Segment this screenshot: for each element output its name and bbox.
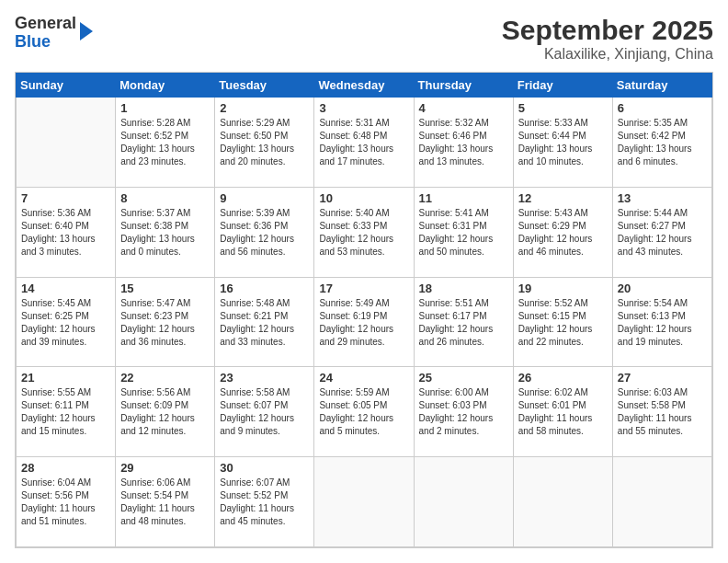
day-info: Sunrise: 5:56 AMSunset: 6:09 PMDaylight:…: [120, 386, 210, 438]
logo-line1: General: [15, 15, 76, 33]
calendar-cell: 24Sunrise: 5:59 AMSunset: 6:05 PMDayligh…: [314, 367, 414, 457]
day-info: Sunrise: 5:35 AMSunset: 6:42 PMDaylight:…: [618, 117, 707, 168]
day-info: Sunrise: 5:47 AMSunset: 6:23 PMDaylight:…: [120, 297, 210, 349]
calendar-header-friday: Friday: [513, 74, 612, 98]
day-info: Sunrise: 5:49 AMSunset: 6:19 PMDaylight:…: [319, 297, 408, 349]
calendar-cell: 21Sunrise: 5:55 AMSunset: 6:11 PMDayligh…: [17, 367, 116, 457]
calendar-cell: 29Sunrise: 6:06 AMSunset: 5:54 PMDayligh…: [116, 457, 215, 547]
page: General Blue September 2025 Kalaxilike, …: [0, 0, 728, 563]
day-number: 6: [618, 101, 707, 115]
day-info: Sunrise: 5:51 AMSunset: 6:17 PMDaylight:…: [419, 297, 508, 349]
calendar-cell: 17Sunrise: 5:49 AMSunset: 6:19 PMDayligh…: [314, 277, 414, 367]
day-info: Sunrise: 5:28 AMSunset: 6:52 PMDaylight:…: [120, 117, 210, 168]
calendar-header-monday: Monday: [116, 74, 215, 98]
calendar: SundayMondayTuesdayWednesdayThursdayFrid…: [15, 72, 713, 548]
calendar-cell: 15Sunrise: 5:47 AMSunset: 6:23 PMDayligh…: [116, 277, 215, 367]
day-info: Sunrise: 6:02 AMSunset: 6:01 PMDaylight:…: [518, 386, 608, 438]
calendar-cell: [314, 457, 414, 547]
day-number: 8: [120, 191, 210, 205]
day-number: 4: [419, 101, 508, 115]
logo-text: General Blue: [15, 15, 76, 52]
day-info: Sunrise: 6:07 AMSunset: 5:52 PMDaylight:…: [220, 477, 309, 528]
calendar-cell: 22Sunrise: 5:56 AMSunset: 6:09 PMDayligh…: [116, 367, 215, 457]
calendar-cell: 5Sunrise: 5:33 AMSunset: 6:44 PMDaylight…: [513, 98, 612, 188]
calendar-cell: 26Sunrise: 6:02 AMSunset: 6:01 PMDayligh…: [513, 367, 612, 457]
day-number: 14: [21, 282, 110, 295]
day-number: 5: [518, 101, 608, 115]
day-info: Sunrise: 5:36 AMSunset: 6:40 PMDaylight:…: [21, 207, 110, 259]
day-info: Sunrise: 5:44 AMSunset: 6:27 PMDaylight:…: [618, 207, 707, 259]
calendar-cell: 1Sunrise: 5:28 AMSunset: 6:52 PMDaylight…: [116, 98, 215, 188]
calendar-cell: [414, 457, 513, 547]
day-number: 7: [21, 191, 110, 205]
calendar-cell: 23Sunrise: 5:58 AMSunset: 6:07 PMDayligh…: [215, 367, 314, 457]
day-info: Sunrise: 5:55 AMSunset: 6:11 PMDaylight:…: [21, 386, 110, 438]
day-number: 26: [518, 371, 608, 385]
day-info: Sunrise: 5:58 AMSunset: 6:07 PMDaylight:…: [220, 386, 309, 438]
calendar-cell: 9Sunrise: 5:39 AMSunset: 6:36 PMDaylight…: [215, 187, 314, 277]
day-number: 29: [120, 461, 210, 475]
day-number: 18: [419, 282, 508, 295]
calendar-cell: 20Sunrise: 5:54 AMSunset: 6:13 PMDayligh…: [612, 277, 711, 367]
calendar-cell: 3Sunrise: 5:31 AMSunset: 6:48 PMDaylight…: [314, 98, 414, 188]
calendar-cell: [17, 98, 116, 188]
day-number: 16: [220, 282, 309, 295]
day-info: Sunrise: 5:43 AMSunset: 6:29 PMDaylight:…: [518, 207, 608, 259]
calendar-header-sunday: Sunday: [17, 74, 116, 98]
day-number: 25: [419, 371, 508, 385]
day-info: Sunrise: 5:54 AMSunset: 6:13 PMDaylight:…: [618, 297, 707, 349]
calendar-title: September 2025: [502, 15, 713, 46]
day-number: 30: [220, 461, 309, 475]
day-number: 24: [319, 371, 408, 385]
day-number: 12: [518, 191, 608, 205]
day-info: Sunrise: 6:04 AMSunset: 5:56 PMDaylight:…: [21, 477, 110, 528]
day-info: Sunrise: 5:52 AMSunset: 6:15 PMDaylight:…: [518, 297, 608, 349]
calendar-week-4: 21Sunrise: 5:55 AMSunset: 6:11 PMDayligh…: [17, 367, 712, 457]
calendar-cell: 25Sunrise: 6:00 AMSunset: 6:03 PMDayligh…: [414, 367, 513, 457]
calendar-subtitle: Kalaxilike, Xinjiang, China: [502, 46, 713, 63]
calendar-header-tuesday: Tuesday: [215, 74, 314, 98]
calendar-cell: 7Sunrise: 5:36 AMSunset: 6:40 PMDaylight…: [17, 187, 116, 277]
day-info: Sunrise: 5:37 AMSunset: 6:38 PMDaylight:…: [120, 207, 210, 259]
calendar-header-row: SundayMondayTuesdayWednesdayThursdayFrid…: [17, 74, 712, 98]
logo: General Blue: [15, 15, 93, 52]
calendar-cell: 12Sunrise: 5:43 AMSunset: 6:29 PMDayligh…: [513, 187, 612, 277]
day-info: Sunrise: 6:06 AMSunset: 5:54 PMDaylight:…: [120, 477, 210, 528]
day-info: Sunrise: 5:31 AMSunset: 6:48 PMDaylight:…: [319, 117, 408, 168]
calendar-cell: 27Sunrise: 6:03 AMSunset: 5:58 PMDayligh…: [612, 367, 711, 457]
calendar-cell: 6Sunrise: 5:35 AMSunset: 6:42 PMDaylight…: [612, 98, 711, 188]
day-number: 23: [220, 371, 309, 385]
calendar-cell: 30Sunrise: 6:07 AMSunset: 5:52 PMDayligh…: [215, 457, 314, 547]
day-number: 22: [120, 371, 210, 385]
day-info: Sunrise: 5:39 AMSunset: 6:36 PMDaylight:…: [220, 207, 309, 259]
day-info: Sunrise: 6:00 AMSunset: 6:03 PMDaylight:…: [419, 386, 508, 438]
calendar-cell: 13Sunrise: 5:44 AMSunset: 6:27 PMDayligh…: [612, 187, 711, 277]
day-info: Sunrise: 5:40 AMSunset: 6:33 PMDaylight:…: [319, 207, 408, 259]
day-info: Sunrise: 5:32 AMSunset: 6:46 PMDaylight:…: [419, 117, 508, 168]
day-number: 21: [21, 371, 110, 385]
calendar-week-2: 7Sunrise: 5:36 AMSunset: 6:40 PMDaylight…: [17, 187, 712, 277]
day-number: 11: [419, 191, 508, 205]
day-info: Sunrise: 5:45 AMSunset: 6:25 PMDaylight:…: [21, 297, 110, 349]
calendar-cell: 4Sunrise: 5:32 AMSunset: 6:46 PMDaylight…: [414, 98, 513, 188]
title-block: September 2025 Kalaxilike, Xinjiang, Chi…: [502, 15, 713, 63]
calendar-week-3: 14Sunrise: 5:45 AMSunset: 6:25 PMDayligh…: [17, 277, 712, 367]
day-number: 1: [120, 101, 210, 115]
day-number: 28: [21, 461, 110, 475]
calendar-cell: [513, 457, 612, 547]
calendar-cell: 18Sunrise: 5:51 AMSunset: 6:17 PMDayligh…: [414, 277, 513, 367]
calendar-cell: [612, 457, 711, 547]
logo-arrow-icon: [80, 22, 93, 40]
day-info: Sunrise: 5:33 AMSunset: 6:44 PMDaylight:…: [518, 117, 608, 168]
calendar-header-saturday: Saturday: [612, 74, 711, 98]
calendar-header-thursday: Thursday: [414, 74, 513, 98]
header: General Blue September 2025 Kalaxilike, …: [15, 15, 713, 63]
day-info: Sunrise: 5:48 AMSunset: 6:21 PMDaylight:…: [220, 297, 309, 349]
day-number: 9: [220, 191, 309, 205]
calendar-cell: 28Sunrise: 6:04 AMSunset: 5:56 PMDayligh…: [17, 457, 116, 547]
day-number: 19: [518, 282, 608, 295]
day-number: 20: [618, 282, 707, 295]
calendar-cell: 11Sunrise: 5:41 AMSunset: 6:31 PMDayligh…: [414, 187, 513, 277]
calendar-cell: 19Sunrise: 5:52 AMSunset: 6:15 PMDayligh…: [513, 277, 612, 367]
day-number: 27: [618, 371, 707, 385]
